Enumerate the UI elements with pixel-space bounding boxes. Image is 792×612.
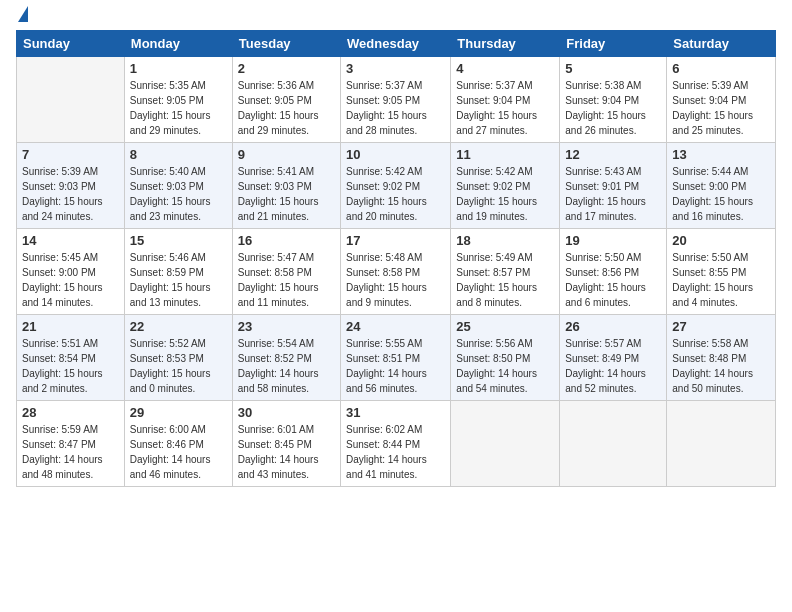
day-info: Sunrise: 5:43 AM Sunset: 9:01 PM Dayligh… — [565, 164, 661, 224]
day-info: Sunrise: 5:37 AM Sunset: 9:04 PM Dayligh… — [456, 78, 554, 138]
day-number: 15 — [130, 233, 227, 248]
calendar-cell: 26Sunrise: 5:57 AM Sunset: 8:49 PM Dayli… — [560, 315, 667, 401]
calendar-cell: 20Sunrise: 5:50 AM Sunset: 8:55 PM Dayli… — [667, 229, 776, 315]
day-number: 31 — [346, 405, 445, 420]
calendar-cell: 31Sunrise: 6:02 AM Sunset: 8:44 PM Dayli… — [341, 401, 451, 487]
day-number: 28 — [22, 405, 119, 420]
calendar-cell: 4Sunrise: 5:37 AM Sunset: 9:04 PM Daylig… — [451, 57, 560, 143]
weekday-header-friday: Friday — [560, 31, 667, 57]
day-info: Sunrise: 5:35 AM Sunset: 9:05 PM Dayligh… — [130, 78, 227, 138]
calendar-cell: 24Sunrise: 5:55 AM Sunset: 8:51 PM Dayli… — [341, 315, 451, 401]
calendar-cell: 11Sunrise: 5:42 AM Sunset: 9:02 PM Dayli… — [451, 143, 560, 229]
day-number: 4 — [456, 61, 554, 76]
calendar-week-3: 14Sunrise: 5:45 AM Sunset: 9:00 PM Dayli… — [17, 229, 776, 315]
day-number: 25 — [456, 319, 554, 334]
day-number: 13 — [672, 147, 770, 162]
day-number: 6 — [672, 61, 770, 76]
weekday-header-tuesday: Tuesday — [232, 31, 340, 57]
day-number: 24 — [346, 319, 445, 334]
calendar-cell: 27Sunrise: 5:58 AM Sunset: 8:48 PM Dayli… — [667, 315, 776, 401]
calendar-cell: 21Sunrise: 5:51 AM Sunset: 8:54 PM Dayli… — [17, 315, 125, 401]
calendar-cell: 13Sunrise: 5:44 AM Sunset: 9:00 PM Dayli… — [667, 143, 776, 229]
day-info: Sunrise: 6:00 AM Sunset: 8:46 PM Dayligh… — [130, 422, 227, 482]
day-number: 20 — [672, 233, 770, 248]
page: SundayMondayTuesdayWednesdayThursdayFrid… — [0, 0, 792, 503]
calendar-cell: 23Sunrise: 5:54 AM Sunset: 8:52 PM Dayli… — [232, 315, 340, 401]
calendar-cell: 6Sunrise: 5:39 AM Sunset: 9:04 PM Daylig… — [667, 57, 776, 143]
logo — [16, 10, 28, 22]
day-number: 21 — [22, 319, 119, 334]
calendar-week-5: 28Sunrise: 5:59 AM Sunset: 8:47 PM Dayli… — [17, 401, 776, 487]
calendar-cell: 3Sunrise: 5:37 AM Sunset: 9:05 PM Daylig… — [341, 57, 451, 143]
day-info: Sunrise: 5:52 AM Sunset: 8:53 PM Dayligh… — [130, 336, 227, 396]
day-number: 11 — [456, 147, 554, 162]
weekday-header-sunday: Sunday — [17, 31, 125, 57]
day-number: 18 — [456, 233, 554, 248]
day-number: 7 — [22, 147, 119, 162]
day-number: 17 — [346, 233, 445, 248]
calendar-cell: 25Sunrise: 5:56 AM Sunset: 8:50 PM Dayli… — [451, 315, 560, 401]
day-info: Sunrise: 5:48 AM Sunset: 8:58 PM Dayligh… — [346, 250, 445, 310]
day-info: Sunrise: 5:54 AM Sunset: 8:52 PM Dayligh… — [238, 336, 335, 396]
day-number: 19 — [565, 233, 661, 248]
day-number: 10 — [346, 147, 445, 162]
day-info: Sunrise: 5:46 AM Sunset: 8:59 PM Dayligh… — [130, 250, 227, 310]
calendar-cell: 17Sunrise: 5:48 AM Sunset: 8:58 PM Dayli… — [341, 229, 451, 315]
logo-triangle-icon — [18, 6, 28, 22]
day-info: Sunrise: 5:44 AM Sunset: 9:00 PM Dayligh… — [672, 164, 770, 224]
calendar-cell: 1Sunrise: 5:35 AM Sunset: 9:05 PM Daylig… — [124, 57, 232, 143]
day-info: Sunrise: 5:57 AM Sunset: 8:49 PM Dayligh… — [565, 336, 661, 396]
day-info: Sunrise: 5:58 AM Sunset: 8:48 PM Dayligh… — [672, 336, 770, 396]
day-info: Sunrise: 5:39 AM Sunset: 9:03 PM Dayligh… — [22, 164, 119, 224]
day-info: Sunrise: 5:40 AM Sunset: 9:03 PM Dayligh… — [130, 164, 227, 224]
day-info: Sunrise: 6:01 AM Sunset: 8:45 PM Dayligh… — [238, 422, 335, 482]
calendar-cell: 19Sunrise: 5:50 AM Sunset: 8:56 PM Dayli… — [560, 229, 667, 315]
day-number: 26 — [565, 319, 661, 334]
weekday-header-saturday: Saturday — [667, 31, 776, 57]
calendar-cell: 2Sunrise: 5:36 AM Sunset: 9:05 PM Daylig… — [232, 57, 340, 143]
weekday-header-wednesday: Wednesday — [341, 31, 451, 57]
day-number: 27 — [672, 319, 770, 334]
day-info: Sunrise: 5:50 AM Sunset: 8:56 PM Dayligh… — [565, 250, 661, 310]
day-number: 30 — [238, 405, 335, 420]
header — [16, 10, 776, 22]
calendar-cell: 7Sunrise: 5:39 AM Sunset: 9:03 PM Daylig… — [17, 143, 125, 229]
calendar-cell: 18Sunrise: 5:49 AM Sunset: 8:57 PM Dayli… — [451, 229, 560, 315]
day-info: Sunrise: 5:42 AM Sunset: 9:02 PM Dayligh… — [346, 164, 445, 224]
day-info: Sunrise: 5:39 AM Sunset: 9:04 PM Dayligh… — [672, 78, 770, 138]
day-info: Sunrise: 5:36 AM Sunset: 9:05 PM Dayligh… — [238, 78, 335, 138]
calendar-cell: 8Sunrise: 5:40 AM Sunset: 9:03 PM Daylig… — [124, 143, 232, 229]
day-info: Sunrise: 5:55 AM Sunset: 8:51 PM Dayligh… — [346, 336, 445, 396]
calendar-cell: 15Sunrise: 5:46 AM Sunset: 8:59 PM Dayli… — [124, 229, 232, 315]
day-number: 1 — [130, 61, 227, 76]
calendar: SundayMondayTuesdayWednesdayThursdayFrid… — [16, 30, 776, 487]
day-info: Sunrise: 5:37 AM Sunset: 9:05 PM Dayligh… — [346, 78, 445, 138]
calendar-cell — [667, 401, 776, 487]
calendar-cell — [560, 401, 667, 487]
day-info: Sunrise: 5:42 AM Sunset: 9:02 PM Dayligh… — [456, 164, 554, 224]
day-info: Sunrise: 5:51 AM Sunset: 8:54 PM Dayligh… — [22, 336, 119, 396]
calendar-cell: 9Sunrise: 5:41 AM Sunset: 9:03 PM Daylig… — [232, 143, 340, 229]
calendar-cell: 30Sunrise: 6:01 AM Sunset: 8:45 PM Dayli… — [232, 401, 340, 487]
day-info: Sunrise: 5:56 AM Sunset: 8:50 PM Dayligh… — [456, 336, 554, 396]
calendar-cell — [451, 401, 560, 487]
day-number: 9 — [238, 147, 335, 162]
day-info: Sunrise: 5:41 AM Sunset: 9:03 PM Dayligh… — [238, 164, 335, 224]
calendar-cell: 22Sunrise: 5:52 AM Sunset: 8:53 PM Dayli… — [124, 315, 232, 401]
weekday-header-row: SundayMondayTuesdayWednesdayThursdayFrid… — [17, 31, 776, 57]
calendar-week-4: 21Sunrise: 5:51 AM Sunset: 8:54 PM Dayli… — [17, 315, 776, 401]
calendar-cell: 14Sunrise: 5:45 AM Sunset: 9:00 PM Dayli… — [17, 229, 125, 315]
calendar-cell: 5Sunrise: 5:38 AM Sunset: 9:04 PM Daylig… — [560, 57, 667, 143]
calendar-cell: 28Sunrise: 5:59 AM Sunset: 8:47 PM Dayli… — [17, 401, 125, 487]
calendar-cell: 12Sunrise: 5:43 AM Sunset: 9:01 PM Dayli… — [560, 143, 667, 229]
calendar-cell: 29Sunrise: 6:00 AM Sunset: 8:46 PM Dayli… — [124, 401, 232, 487]
day-number: 29 — [130, 405, 227, 420]
day-info: Sunrise: 5:38 AM Sunset: 9:04 PM Dayligh… — [565, 78, 661, 138]
day-number: 14 — [22, 233, 119, 248]
day-number: 22 — [130, 319, 227, 334]
day-number: 3 — [346, 61, 445, 76]
calendar-cell: 10Sunrise: 5:42 AM Sunset: 9:02 PM Dayli… — [341, 143, 451, 229]
day-info: Sunrise: 6:02 AM Sunset: 8:44 PM Dayligh… — [346, 422, 445, 482]
day-info: Sunrise: 5:49 AM Sunset: 8:57 PM Dayligh… — [456, 250, 554, 310]
day-number: 23 — [238, 319, 335, 334]
